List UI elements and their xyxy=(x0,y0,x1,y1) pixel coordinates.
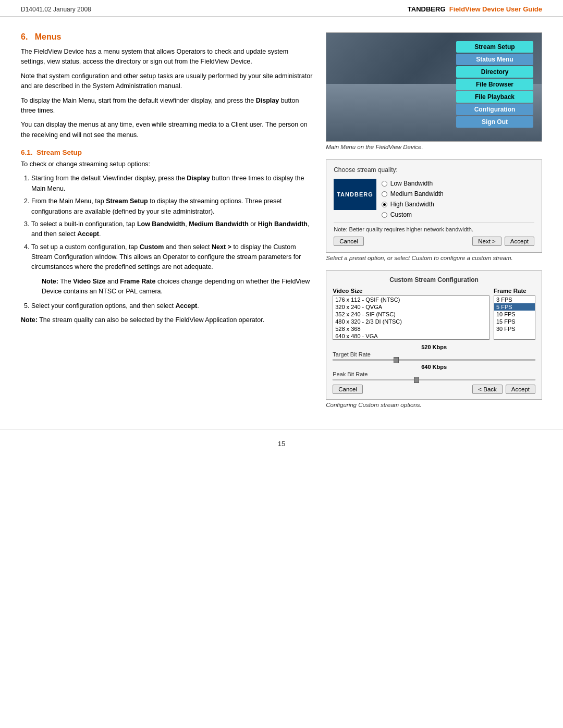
step-5: Select your configuration options, and t… xyxy=(31,301,313,311)
peak-bit-rate-slider[interactable] xyxy=(333,379,535,380)
video-size-item-2[interactable]: 352 x 240 - SIF (NTSC) xyxy=(333,311,489,318)
stream-quality-buttons: Cancel Next > Accept xyxy=(334,237,534,246)
custom-accept-button[interactable]: Accept xyxy=(506,385,535,394)
frame-rate-header: Frame Rate xyxy=(494,288,535,294)
target-slider-thumb[interactable] xyxy=(394,357,399,363)
custom-back-button[interactable]: < Back xyxy=(472,385,502,394)
custom-stream-section: Custom Stream Configuration Video Size 1… xyxy=(326,270,542,408)
custom-dialog-cols: Video Size 176 x 112 - QSIF (NTSC) 320 x… xyxy=(333,288,535,340)
peak-bit-rate-value: 640 Kbps xyxy=(333,364,535,370)
page-header: D14041.02 January 2008 TANDBERG FieldVie… xyxy=(0,0,563,17)
stream-quality-caption: Select a preset option, or select Custom… xyxy=(326,255,542,261)
stream-quality-dialog: Choose stream quality: TANDBERG Low Band… xyxy=(326,159,542,253)
custom-dialog-buttons: Cancel < Back Accept xyxy=(333,385,535,394)
video-size-item-5[interactable]: 640 x 480 - VGA xyxy=(333,332,489,340)
brand-name: TANDBERG xyxy=(408,5,446,13)
frame-rate-item-3[interactable]: 15 FPS xyxy=(494,318,535,325)
custom-stream-dialog: Custom Stream Configuration Video Size 1… xyxy=(326,270,542,400)
radio-custom-circle xyxy=(382,212,387,218)
page-body: 6. Menus The FieldView Device has a menu… xyxy=(0,17,563,429)
video-size-item-4[interactable]: 528 x 368 xyxy=(333,325,489,332)
menu-item-sign-out[interactable]: Sign Out xyxy=(456,116,533,128)
main-menu-overlay: Stream Setup Status Menu Directory File … xyxy=(456,41,533,129)
intro-p4: You can display the menus at any time, e… xyxy=(21,120,313,140)
intro-p3: To display the Main Menu, start from the… xyxy=(21,96,313,116)
radio-custom[interactable]: Custom xyxy=(382,211,444,218)
subsection-title: Stream Setup xyxy=(36,149,82,156)
frame-rate-item-0[interactable]: 3 FPS xyxy=(494,296,535,303)
peak-bit-rate-row: 640 Kbps Peak Bit Rate xyxy=(333,364,535,380)
device-image-section: Stream Setup Status Menu Directory File … xyxy=(326,32,542,150)
radio-medium-circle xyxy=(382,191,387,197)
stream-quality-cancel[interactable]: Cancel xyxy=(334,237,364,246)
radio-high-circle xyxy=(382,202,387,207)
radio-low-circle xyxy=(382,181,387,187)
target-bit-rate-label: Target Bit Rate xyxy=(333,351,535,357)
video-size-header: Video Size xyxy=(333,288,489,294)
intro-p2: Note that system configuration and other… xyxy=(21,71,313,92)
subsection-heading: 6.1. Stream Setup xyxy=(21,149,313,156)
frame-rate-col: Frame Rate 3 FPS 5 FPS 10 FPS 15 FPS 30 … xyxy=(494,288,535,340)
section-number: 6. xyxy=(21,32,28,41)
frame-rate-item-1[interactable]: 5 FPS xyxy=(494,303,535,311)
radio-medium-label: Medium Bandwidth xyxy=(390,190,444,198)
right-column: Stream Setup Status Menu Directory File … xyxy=(326,32,542,408)
menu-item-directory[interactable]: Directory xyxy=(456,66,533,78)
custom-dialog-title: Custom Stream Configuration xyxy=(333,276,535,283)
stream-quality-section: Choose stream quality: TANDBERG Low Band… xyxy=(326,159,542,261)
step-3: To select a built-in configuration, tap … xyxy=(31,219,313,240)
section-heading: 6. Menus xyxy=(21,32,313,42)
section-title: Menus xyxy=(35,32,62,41)
menu-item-status-menu[interactable]: Status Menu xyxy=(456,54,533,65)
stream-quality-accept[interactable]: Accept xyxy=(505,237,534,246)
device-image-box: Stream Setup Status Menu Directory File … xyxy=(326,32,542,142)
step-1: Starting from the default Viewfinder dis… xyxy=(31,174,313,194)
content-columns: 6. Menus The FieldView Device has a menu… xyxy=(21,32,542,408)
target-bit-rate-row: 520 Kbps Target Bit Rate xyxy=(333,344,535,361)
target-bit-rate-slider[interactable] xyxy=(333,359,535,361)
video-size-item-1[interactable]: 320 x 240 - QVGA xyxy=(333,303,489,311)
radio-high-label: High Bandwidth xyxy=(390,201,434,208)
peak-slider-thumb[interactable] xyxy=(414,377,419,383)
page-footer: 15 xyxy=(0,429,563,456)
menu-item-stream-setup[interactable]: Stream Setup xyxy=(456,41,533,53)
stream-quality-title: Choose stream quality: xyxy=(334,166,534,174)
custom-cancel-button[interactable]: Cancel xyxy=(333,385,363,394)
frame-rate-item-2[interactable]: 10 FPS xyxy=(494,311,535,318)
bottom-note: Note: The stream quality can also be sel… xyxy=(21,315,313,325)
intro-p1: The FieldView Device has a menu system t… xyxy=(21,47,313,67)
video-size-item-3[interactable]: 480 x 320 - 2/3 DI (NTSC) xyxy=(333,318,489,325)
page-number: 15 xyxy=(278,440,285,448)
frame-rate-listbox[interactable]: 3 FPS 5 FPS 10 FPS 15 FPS 30 FPS xyxy=(494,295,535,340)
tandberg-logo: TANDBERG xyxy=(334,179,376,210)
step-2: From the Main Menu, tap Stream Setup to … xyxy=(31,196,313,217)
step-4: To set up a custom configuration, tap Cu… xyxy=(31,242,313,297)
radio-high-bandwidth[interactable]: High Bandwidth xyxy=(382,201,444,208)
radio-medium-bandwidth[interactable]: Medium Bandwidth xyxy=(382,190,444,198)
stream-quality-body: TANDBERG Low Bandwidth Medium Bandwidth xyxy=(334,179,534,218)
video-size-col: Video Size 176 x 112 - QSIF (NTSC) 320 x… xyxy=(333,288,489,340)
custom-stream-caption: Configuring Custom stream options. xyxy=(326,402,542,408)
menu-item-file-playback[interactable]: File Playback xyxy=(456,91,533,103)
stream-quality-next[interactable]: Next > xyxy=(472,237,501,246)
menu-item-file-browser[interactable]: File Browser xyxy=(456,79,533,90)
steps-list: Starting from the default Viewfinder dis… xyxy=(21,174,313,311)
menu-item-configuration[interactable]: Configuration xyxy=(456,104,533,115)
product-name: FieldView Device User Guide xyxy=(449,5,542,13)
peak-bit-rate-label: Peak Bit Rate xyxy=(333,371,535,377)
target-bit-rate-value: 520 Kbps xyxy=(333,344,535,350)
radio-low-bandwidth[interactable]: Low Bandwidth xyxy=(382,180,444,187)
subsection-intro: To check or change streaming setup optio… xyxy=(21,159,313,169)
radio-options: Low Bandwidth Medium Bandwidth High Band… xyxy=(382,180,444,218)
video-size-item-0[interactable]: 176 x 112 - QSIF (NTSC) xyxy=(333,296,489,303)
radio-custom-label: Custom xyxy=(390,211,412,218)
stream-quality-note: Note: Better quality requires higher net… xyxy=(334,223,534,232)
doc-title: TANDBERG FieldView Device User Guide xyxy=(408,5,542,13)
device-image-caption: Main Menu on the FieldView Device. xyxy=(326,144,542,150)
frame-rate-item-4[interactable]: 30 FPS xyxy=(494,325,535,332)
left-column: 6. Menus The FieldView Device has a menu… xyxy=(21,32,313,408)
subsection-number: 6.1. xyxy=(21,149,33,156)
video-size-listbox[interactable]: 176 x 112 - QSIF (NTSC) 320 x 240 - QVGA… xyxy=(333,295,489,340)
step4-note: Note: The Video Size and Frame Rate choi… xyxy=(42,277,313,297)
doc-info: D14041.02 January 2008 xyxy=(21,6,91,13)
